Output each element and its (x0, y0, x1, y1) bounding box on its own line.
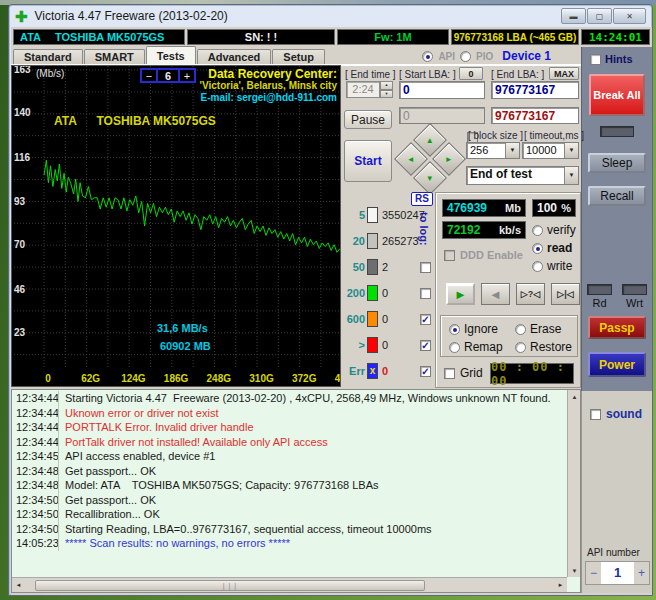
log-separator (58, 536, 59, 551)
pio-radio[interactable] (460, 51, 471, 62)
graph-zoom-in-button[interactable]: + (179, 69, 195, 82)
play-button[interactable]: ► (446, 283, 475, 305)
grid-checkbox-row[interactable]: Grid (444, 366, 483, 380)
timeout-dropdown-icon[interactable]: ▼ (564, 143, 578, 158)
log-row: 12:34:48Model: ATA TOSHIBA MK5075GS; Cap… (12, 478, 567, 493)
erase-radio-row[interactable]: Erase (515, 322, 561, 336)
log-vertical-scrollbar[interactable]: ▲ ▼ (567, 390, 580, 577)
pause-button[interactable]: Pause (344, 110, 392, 129)
timeout-select[interactable]: 10000 ▼ (522, 142, 579, 159)
read-radio-row[interactable]: read (532, 241, 572, 255)
restore-radio[interactable] (515, 342, 526, 353)
graph-overlay-speed: 31,6 MB/s (157, 322, 208, 334)
read-radio[interactable] (532, 243, 543, 254)
verify-radio[interactable] (532, 225, 543, 236)
block-size-label: [ block size ] (468, 130, 523, 141)
end-time-spinner[interactable]: 2:24 ▲ ▼ (346, 81, 393, 98)
minimize-button[interactable]: ▬ (561, 8, 586, 24)
remap-radio-row[interactable]: Remap (449, 340, 503, 354)
log-message: Uknown error or driver not exist (65, 407, 218, 419)
log-message: Starting Reading, LBA=0..976773167, sequ… (65, 523, 432, 535)
x-axis-tick: 310G (248, 373, 276, 384)
log-separator (58, 391, 59, 406)
start-lba-input[interactable]: 0 (399, 81, 485, 99)
end-time-down-button[interactable]: ▼ (380, 90, 393, 99)
power-button[interactable]: Power (588, 352, 646, 377)
scrollbar-grip-icon: | | | (223, 582, 237, 589)
log-row: 12:34:50Recallibration... OK (12, 507, 567, 522)
scroll-up-icon[interactable]: ▲ (568, 390, 581, 403)
graph-zoom-out-button[interactable]: − (141, 69, 157, 82)
break-all-button[interactable]: Break All (589, 74, 645, 116)
passp-button[interactable]: Passp (588, 316, 646, 339)
api-number-value: 1 (601, 562, 634, 584)
api-number-spinner[interactable]: − 1 + (585, 561, 650, 585)
tab-tests[interactable]: Tests (146, 46, 196, 64)
api-number-minus-button[interactable]: − (586, 562, 601, 584)
speed-graph: (Mb/s) − 6 + Data Recovery Center: 'Vict… (11, 65, 341, 387)
tab-smart[interactable]: SMART (84, 49, 145, 64)
ignore-radio[interactable] (449, 324, 460, 335)
api-radio[interactable] (422, 51, 433, 62)
hints-checkbox[interactable] (590, 54, 601, 65)
remap-radio[interactable] (449, 342, 460, 353)
verify-radio-row[interactable]: verify (532, 223, 576, 237)
scroll-right-icon[interactable]: ► (554, 579, 567, 592)
api-number-plus-button[interactable]: + (634, 562, 649, 584)
tab-setup[interactable]: Setup (272, 49, 325, 64)
start-lba-zero-button[interactable]: 0 (459, 67, 483, 80)
seek-test-button[interactable]: ▷?◁ (516, 283, 545, 305)
counter-row: Errx0✓ (341, 358, 435, 384)
log-separator (58, 493, 59, 508)
erase-radio[interactable] (515, 324, 526, 335)
ignore-radio-row[interactable]: Ignore (449, 322, 498, 336)
tab-standard[interactable]: Standard (13, 49, 83, 64)
end-time-up-button[interactable]: ▲ (380, 81, 393, 90)
recall-button[interactable]: Recall (588, 186, 646, 206)
end-lba-max-button[interactable]: MAX (549, 67, 579, 80)
graph-zoom-value: 6 (157, 69, 179, 82)
ddd-enable-checkbox[interactable] (444, 250, 455, 261)
counter-log-checkbox[interactable] (420, 288, 431, 299)
start-button[interactable]: Start (344, 140, 392, 182)
scrollbar-thumb[interactable]: | | | (35, 580, 425, 591)
sound-checkbox[interactable] (590, 409, 601, 420)
scroll-down-icon[interactable]: ▼ (568, 564, 581, 577)
write-radio[interactable] (532, 261, 543, 272)
sound-checkbox-row[interactable]: sound (590, 407, 652, 421)
write-radio-row[interactable]: write (532, 259, 572, 273)
log-timestamp: 12:34:44 (12, 421, 58, 433)
counter-log-checkbox[interactable]: ✓ (420, 340, 431, 351)
log-message: Get passport... OK (65, 494, 156, 506)
counter-color-swatch (367, 259, 378, 275)
sleep-button[interactable]: Sleep (588, 153, 646, 173)
end-action-select[interactable]: End of test ▼ (466, 166, 579, 185)
log-separator (58, 478, 59, 493)
timeout-label: [ timeout,ms ] (524, 130, 584, 141)
counter-log-checkbox[interactable]: ✓ (420, 314, 431, 325)
api-number-group: API number − 1 + (585, 547, 650, 585)
hints-checkbox-row[interactable]: Hints (590, 53, 633, 65)
ddd-enable-row[interactable]: DDD Enable (444, 249, 523, 261)
tab-advanced[interactable]: Advanced (197, 49, 272, 64)
seek-position-button[interactable]: ▷|◁ (551, 283, 580, 305)
x-axis-tick: 62G (77, 373, 105, 384)
back-button[interactable]: ◄ (481, 283, 510, 305)
counter-label: > (341, 339, 365, 351)
scroll-left-icon[interactable]: ◄ (12, 579, 25, 592)
end-lba-input[interactable]: 976773167 (491, 81, 579, 99)
block-size-select[interactable]: 256 ▼ (466, 142, 520, 159)
counter-label: 5 (341, 209, 365, 221)
maximize-button[interactable]: ▢ (587, 8, 612, 24)
counter-value: 0 (382, 313, 388, 325)
end-action-dropdown-icon[interactable]: ▼ (564, 167, 578, 184)
close-button[interactable]: ✕ (613, 8, 646, 24)
counter-log-checkbox[interactable] (420, 262, 431, 273)
y-axis-unit: (Mb/s) (36, 68, 64, 79)
restore-radio-row[interactable]: Restore (515, 340, 572, 354)
counter-log-checkbox[interactable]: ✓ (420, 366, 431, 377)
log-horizontal-scrollbar[interactable]: ◄ | | | ► (12, 577, 567, 592)
block-size-dropdown-icon[interactable]: ▼ (505, 143, 519, 158)
titlebar[interactable]: ✚ Victoria 4.47 Freeware (2013-02-20) ▬ … (9, 5, 652, 27)
grid-checkbox[interactable] (444, 368, 455, 379)
